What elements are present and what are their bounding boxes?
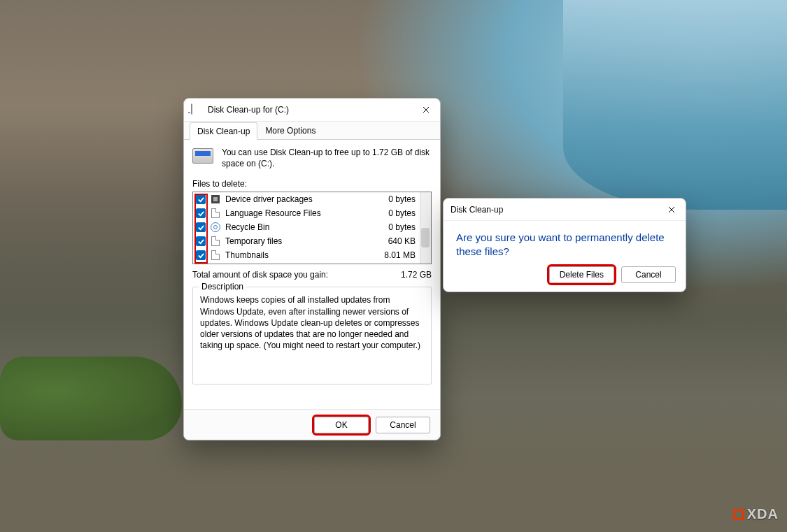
chip-icon <box>211 195 220 203</box>
total-row: Total amount of disk space you gain: 1.7… <box>192 270 432 280</box>
confirm-message: Are you sure you want to permanently del… <box>456 231 673 259</box>
list-scrollbar[interactable] <box>420 192 431 264</box>
list-item[interactable]: Recycle Bin0 bytes <box>193 220 431 234</box>
confirm-button-row: Delete Files Cancel <box>549 266 676 283</box>
close-icon <box>423 106 430 113</box>
tab-body: You can use Disk Clean-up to free up to … <box>184 139 440 409</box>
item-name: Temporary files <box>225 236 384 246</box>
description-legend: Description <box>199 282 246 292</box>
close-button[interactable] <box>412 99 440 121</box>
confirm-cancel-button[interactable]: Cancel <box>621 266 676 283</box>
list-item[interactable]: Language Resource Files0 bytes <box>193 206 431 220</box>
highlight-annotation-delete: Delete Files <box>549 266 614 283</box>
list-item[interactable]: Temporary files640 KB <box>193 234 431 248</box>
description-text: Windows keeps copies of all installed up… <box>200 294 424 351</box>
item-checkbox[interactable] <box>196 208 206 218</box>
button-row: OK Cancel <box>184 409 440 440</box>
total-label: Total amount of disk space you gain: <box>192 270 328 280</box>
item-name: Device driver packages <box>225 194 384 204</box>
close-icon <box>668 206 675 213</box>
files-list[interactable]: Device driver packages0 bytesLanguage Re… <box>192 192 432 264</box>
item-name: Thumbnails <box>225 250 380 260</box>
cancel-button[interactable]: Cancel <box>376 417 430 433</box>
xda-watermark-text: XDA <box>747 506 779 522</box>
window-title: Disk Clean-up for (C:) <box>208 105 412 115</box>
drive-icon <box>191 104 202 115</box>
file-icon <box>211 236 220 246</box>
delete-files-button[interactable]: Delete Files <box>549 266 614 283</box>
wallpaper-grass <box>0 357 182 440</box>
item-name: Recycle Bin <box>225 222 384 232</box>
intro: You can use Disk Clean-up to free up to … <box>192 147 432 169</box>
item-name: Language Resource Files <box>225 208 384 218</box>
list-item[interactable]: Thumbnails8.01 MB <box>193 248 431 262</box>
confirm-close-button[interactable] <box>658 199 686 221</box>
list-item[interactable]: Device driver packages0 bytes <box>193 192 431 206</box>
highlight-annotation-ok: OK <box>314 417 369 433</box>
total-value: 1.72 GB <box>401 270 432 280</box>
wallpaper-sea <box>563 0 787 210</box>
description-group: Description Windows keeps copies of all … <box>192 287 432 384</box>
tab-disk-clean-up[interactable]: Disk Clean-up <box>190 122 257 140</box>
item-checkbox[interactable] <box>196 194 206 204</box>
recycle-bin-icon <box>211 222 220 232</box>
intro-text: You can use Disk Clean-up to free up to … <box>222 147 432 169</box>
tab-more-options[interactable]: More Options <box>257 122 323 139</box>
files-to-delete-label: Files to delete: <box>192 179 432 189</box>
xda-logo-icon <box>733 509 744 520</box>
item-checkbox[interactable] <box>196 250 206 260</box>
item-checkbox[interactable] <box>196 222 206 232</box>
confirm-delete-dialog: Disk Clean-up Are you sure you want to p… <box>443 198 686 292</box>
drive-large-icon <box>192 147 215 165</box>
disk-cleanup-dialog: Disk Clean-up for (C:) Disk Clean-up Mor… <box>183 98 441 440</box>
scroll-thumb[interactable] <box>421 228 430 247</box>
file-icon <box>211 208 220 218</box>
file-icon <box>211 250 220 260</box>
xda-watermark: XDA <box>733 506 779 522</box>
titlebar[interactable]: Disk Clean-up for (C:) <box>184 99 440 121</box>
confirm-body: Are you sure you want to permanently del… <box>444 221 686 259</box>
item-checkbox[interactable] <box>196 236 206 246</box>
confirm-title: Disk Clean-up <box>451 205 658 215</box>
ok-button[interactable]: OK <box>314 417 369 433</box>
tab-strip: Disk Clean-up More Options <box>184 121 440 139</box>
confirm-titlebar[interactable]: Disk Clean-up <box>444 199 686 221</box>
